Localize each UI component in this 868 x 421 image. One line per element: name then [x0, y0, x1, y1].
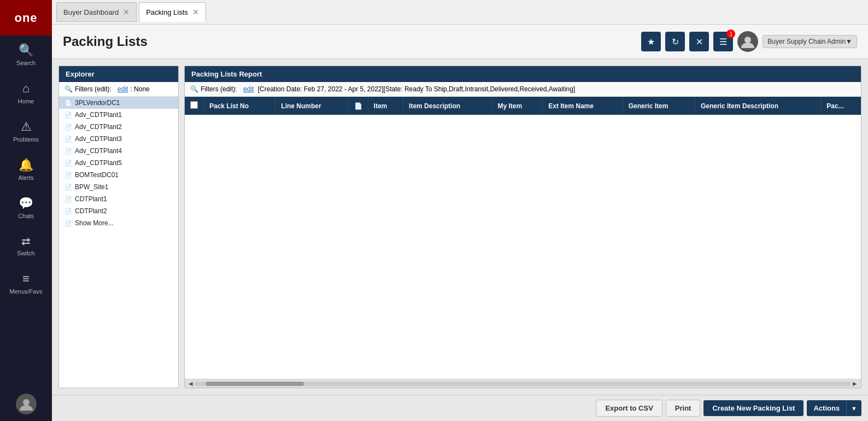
- explorer-panel: Explorer 🔍 Filters (edit): edit : None 📄…: [58, 66, 179, 388]
- sidebar-item-chats[interactable]: 💬 Chats: [0, 189, 52, 227]
- select-all-checkbox[interactable]: [190, 101, 198, 109]
- explorer-filters-label: Filters (edit):: [75, 85, 112, 93]
- search-icon: 🔍: [19, 43, 33, 57]
- explorer-item-adv-cdtplant2[interactable]: 📄 Adv_CDTPlant2: [59, 121, 178, 133]
- sidebar-item-switch[interactable]: ⇄ Switch: [0, 227, 52, 264]
- explorer-item-3plvendordc1[interactable]: 📄 3PLVendorDC1: [59, 97, 178, 109]
- refresh-button[interactable]: ↻: [665, 32, 685, 51]
- notification-badge: 1: [726, 30, 735, 38]
- tab-close-packing-lists[interactable]: ✕: [192, 8, 199, 16]
- explorer-item-label: Adv_CDTPlant3: [75, 135, 122, 143]
- explorer-item-label: Adv_CDTPlant2: [75, 123, 122, 131]
- horizontal-scrollbar[interactable]: ◀ ▶: [185, 379, 861, 388]
- search-icon: 🔍: [190, 85, 198, 93]
- page-header: Packing Lists ★ ↻ ✕ ☰ 1 Buyer Supply Cha…: [52, 25, 868, 59]
- explorer-item-label: Adv_CDTPlant4: [75, 147, 122, 155]
- column-header-item-description: Item Description: [403, 97, 492, 115]
- user-role-label: Buyer Supply Chain Admin: [767, 38, 846, 45]
- column-header-generic-item-description: Generic Item Description: [695, 97, 820, 115]
- actions-button[interactable]: Actions ▼: [807, 400, 861, 416]
- explorer-item-label: Adv_CDTPlant1: [75, 111, 122, 119]
- report-filter-bar: 🔍 Filters (edit): edit [Creation Date: F…: [185, 82, 861, 97]
- dropdown-arrow-icon: ▼: [846, 38, 852, 45]
- sidebar-label-home: Home: [18, 98, 34, 104]
- column-header-doc: 📄: [348, 97, 368, 115]
- close-page-button[interactable]: ✕: [689, 32, 709, 51]
- create-new-packing-list-button[interactable]: Create New Packing List: [703, 400, 804, 416]
- menu-icon: ≡: [22, 272, 30, 286]
- sidebar-item-search[interactable]: 🔍 Search: [0, 36, 52, 74]
- report-filters-edit-link[interactable]: edit: [243, 85, 254, 93]
- report-table-wrapper[interactable]: Pack List No Line Number 📄 Item Item Des…: [185, 97, 861, 379]
- tab-label-packing-lists: Packing Lists: [146, 8, 188, 16]
- doc-col-icon: 📄: [354, 102, 362, 110]
- explorer-item-bomtestdc01[interactable]: 📄 BOMTestDC01: [59, 169, 178, 181]
- column-header-my-item: My Item: [492, 97, 543, 115]
- explorer-item-label: Adv_CDTPlant5: [75, 159, 122, 167]
- sidebar-user-avatar[interactable]: [16, 394, 37, 414]
- home-icon: ⌂: [22, 81, 30, 96]
- bell-icon: 🔔: [19, 158, 33, 172]
- doc-icon: 📄: [64, 136, 72, 143]
- user-role-dropdown[interactable]: Buyer Supply Chain Admin ▼: [763, 35, 857, 48]
- svg-point-1: [744, 37, 751, 43]
- report-filters-value: [Creation Date: Feb 27, 2022 - Apr 5, 20…: [256, 85, 575, 93]
- tab-bar: Buyer Dashboard ✕ Packing Lists ✕: [52, 0, 868, 25]
- column-header-checkbox: [185, 97, 204, 115]
- report-panel: Packing Lists Report 🔍 Filters (edit): e…: [184, 66, 861, 388]
- explorer-list: 📄 3PLVendorDC1 📄 Adv_CDTPlant1 📄 Adv_CDT…: [59, 97, 178, 388]
- column-header-ext-item-name: Ext Item Name: [543, 97, 623, 115]
- explorer-filters-edit-link[interactable]: edit: [118, 85, 128, 93]
- scroll-thumb[interactable]: [206, 382, 304, 386]
- sidebar-item-menus-favs[interactable]: ≡ Menus/Favs: [0, 264, 52, 302]
- main-area: Buyer Dashboard ✕ Packing Lists ✕ Packin…: [52, 0, 868, 421]
- user-avatar[interactable]: [737, 31, 758, 52]
- tab-label-buyer-dashboard: Buyer Dashboard: [63, 8, 119, 16]
- sidebar-item-home[interactable]: ⌂ Home: [0, 74, 52, 112]
- column-header-item: Item: [368, 97, 403, 115]
- app-logo[interactable]: one: [0, 0, 52, 36]
- header-actions: ★ ↻ ✕ ☰ 1 Buyer Supply Chain Admin ▼: [641, 31, 857, 52]
- actions-label: Actions: [807, 400, 847, 416]
- doc-icon: 📄: [64, 124, 72, 131]
- explorer-item-show-more[interactable]: 📄 Show More...: [59, 217, 178, 229]
- print-button[interactable]: Print: [666, 400, 701, 417]
- explorer-item-label: BPW_Site1: [75, 183, 108, 191]
- svg-point-0: [23, 399, 30, 406]
- scroll-track[interactable]: [195, 382, 851, 386]
- explorer-item-cdtplant2[interactable]: 📄 CDTPlant2: [59, 205, 178, 217]
- bottom-bar: Export to CSV Print Create New Packing L…: [52, 395, 868, 421]
- explorer-item-adv-cdtplant3[interactable]: 📄 Adv_CDTPlant3: [59, 133, 178, 145]
- explorer-item-cdtplant1[interactable]: 📄 CDTPlant1: [59, 193, 178, 205]
- explorer-item-label: BOMTestDC01: [75, 171, 119, 179]
- tab-buyer-dashboard[interactable]: Buyer Dashboard ✕: [56, 2, 137, 22]
- export-csv-button[interactable]: Export to CSV: [596, 400, 662, 417]
- content-area: Explorer 🔍 Filters (edit): edit : None 📄…: [52, 59, 868, 395]
- explorer-item-adv-cdtplant5[interactable]: 📄 Adv_CDTPlant5: [59, 157, 178, 169]
- doc-icon: 📄: [64, 184, 72, 191]
- search-filter-icon: 🔍: [64, 85, 73, 93]
- explorer-item-adv-cdtplant4[interactable]: 📄 Adv_CDTPlant4: [59, 145, 178, 157]
- doc-icon: 📄: [64, 220, 72, 227]
- report-table: Pack List No Line Number 📄 Item Item Des…: [185, 97, 861, 115]
- favorite-button[interactable]: ★: [641, 32, 661, 51]
- scroll-left-arrow[interactable]: ◀: [187, 381, 195, 387]
- explorer-item-label: Show More...: [75, 219, 114, 227]
- column-header-pack-list-no: Pack List No: [204, 97, 275, 115]
- scroll-right-arrow[interactable]: ▶: [851, 381, 859, 387]
- notifications-button[interactable]: ☰ 1: [713, 32, 733, 51]
- doc-icon: 📄: [64, 100, 72, 107]
- tab-packing-lists[interactable]: Packing Lists ✕: [139, 2, 206, 22]
- explorer-item-adv-cdtplant1[interactable]: 📄 Adv_CDTPlant1: [59, 109, 178, 121]
- sidebar-item-problems[interactable]: ⚠ Problems: [0, 112, 52, 150]
- warning-icon: ⚠: [21, 120, 32, 134]
- explorer-item-bpw-site1[interactable]: 📄 BPW_Site1: [59, 181, 178, 193]
- doc-icon: 📄: [64, 112, 72, 119]
- chat-icon: 💬: [19, 196, 33, 210]
- actions-dropdown-arrow-icon[interactable]: ▼: [847, 401, 861, 416]
- sidebar: one 🔍 Search ⌂ Home ⚠ Problems 🔔 Alerts …: [0, 0, 52, 421]
- explorer-item-label: CDTPlant2: [75, 207, 107, 215]
- sidebar-item-alerts[interactable]: 🔔 Alerts: [0, 150, 52, 189]
- hamburger-icon: ☰: [719, 37, 727, 47]
- tab-close-buyer-dashboard[interactable]: ✕: [123, 8, 130, 16]
